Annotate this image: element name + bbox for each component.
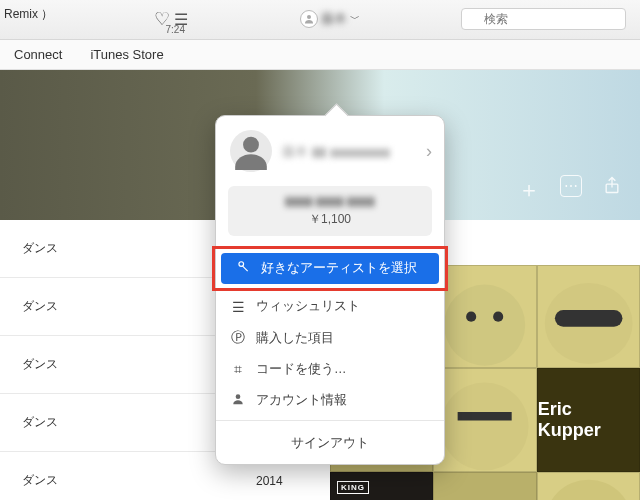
chevron-right-icon: › <box>426 141 432 162</box>
menu-wishlist[interactable]: ☰ ウィッシュリスト <box>216 291 444 322</box>
mic-icon <box>235 260 251 277</box>
highlight-box: 好きなアーティストを選択 <box>212 246 448 291</box>
account-display-name: 藤本 ▮▮ <box>282 143 326 161</box>
svg-point-9 <box>544 479 632 500</box>
svg-point-8 <box>441 383 529 471</box>
svg-point-0 <box>307 15 311 19</box>
svg-point-5 <box>493 312 503 322</box>
account-email: ▮▮▮▮▮▮▮▮▮▮ <box>330 146 390 159</box>
svg-point-12 <box>236 394 241 399</box>
album-tile <box>537 265 640 368</box>
list-icon: ☰ <box>230 299 246 315</box>
chevron-down-icon: ﹀ <box>350 12 360 26</box>
svg-point-3 <box>444 285 525 366</box>
svg-point-10 <box>243 137 259 153</box>
album-tile <box>537 472 640 500</box>
album-tile <box>433 368 536 471</box>
account-header[interactable]: 藤本 ▮▮ ▮▮▮▮▮▮▮▮▮▮ › <box>216 116 444 182</box>
account-button[interactable]: 藤本 ﹀ <box>300 10 360 28</box>
menu-redeem-code[interactable]: ⌗ コードを使う… <box>216 354 444 385</box>
tab-connect[interactable]: Connect <box>0 47 76 62</box>
add-icon[interactable]: ＋ <box>518 175 540 205</box>
menu-purchased[interactable]: Ⓟ 購入した項目 <box>216 322 444 354</box>
person-icon <box>300 10 318 28</box>
menu-signout[interactable]: サインアウト <box>216 425 444 464</box>
svg-point-4 <box>466 312 476 322</box>
album-title-tile: KING HOUSELEGENDS <box>330 472 433 500</box>
tab-store[interactable]: iTunes Store <box>76 47 177 62</box>
title-bar: Remix ） ♡ ☰ 7:24 藤本 ﹀ 🔍 <box>0 0 640 40</box>
credit-box[interactable]: ▮▮▮▮ ▮▮▮▮ ▮▮▮▮ ￥1,100 <box>228 186 432 236</box>
album-tile <box>433 472 536 500</box>
credit-amount: ￥1,100 <box>236 211 424 228</box>
avatar-icon <box>230 130 272 172</box>
account-popover: 藤本 ▮▮ ▮▮▮▮▮▮▮▮▮▮ › ▮▮▮▮ ▮▮▮▮ ▮▮▮▮ ￥1,100… <box>215 115 445 465</box>
menu-account-info[interactable]: アカウント情報 <box>216 385 444 416</box>
track-duration: 7:24 <box>166 24 185 35</box>
account-name: 藤本 <box>321 10 347 28</box>
album-tile <box>433 265 536 368</box>
person-icon <box>230 392 246 409</box>
now-playing-suffix: Remix ） <box>4 6 53 23</box>
svg-rect-7 <box>555 310 623 327</box>
list-item[interactable]: ダンス <box>0 452 250 500</box>
purchased-icon: Ⓟ <box>230 329 246 347</box>
tab-bar: Connect iTunes Store <box>0 40 640 70</box>
more-icon[interactable]: ⋯ <box>560 175 582 197</box>
code-icon: ⌗ <box>230 361 246 378</box>
search-input[interactable] <box>461 8 626 30</box>
list-item[interactable]: ダンス <box>0 336 250 394</box>
album-artist-tile: Eric Kupper <box>537 368 640 471</box>
share-icon[interactable] <box>602 175 622 205</box>
content-area: ＋ ⋯ ダンス ダンス ダンス ダンス ダンス 2014 2014 Eric <box>0 70 640 500</box>
separator <box>216 420 444 421</box>
brand-label: KING <box>337 481 369 494</box>
list-item[interactable]: ダンス <box>0 394 250 452</box>
menu-favorite-artists[interactable]: 好きなアーティストを選択 <box>221 253 439 284</box>
